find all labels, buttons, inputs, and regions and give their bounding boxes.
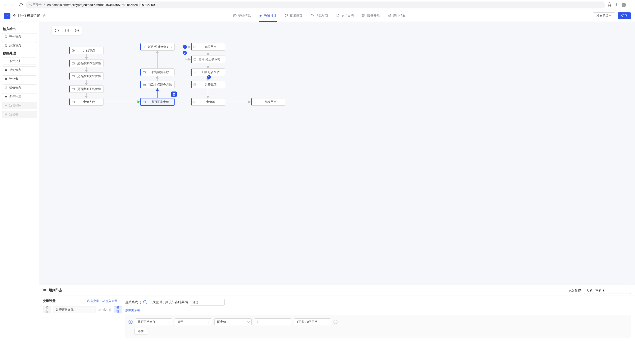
node-delete-button[interactable] [171,92,177,97]
svg-rect-48 [72,101,75,103]
svg-rect-33 [5,114,7,114]
svg-point-17 [6,46,7,46]
svg-rect-30 [5,105,7,106]
top-tab-0[interactable]: 基础信息 [233,10,251,22]
svg-rect-46 [72,88,75,90]
var-name-input[interactable] [53,306,96,313]
flow-canvas[interactable]: 开始节点是否参加养老保险是否参加失业保险是否参加工伤保险参保人数是否正常参保首次… [39,22,635,285]
flow-node-n_cbd[interactable]: 参保地 [191,98,225,106]
flow-node-n_fz[interactable]: 赋值节点 [191,43,225,50]
svg-rect-32 [5,106,7,107]
svg-rect-28 [5,97,7,97]
svg-rect-22 [5,71,7,71]
svg-rect-8 [362,14,363,15]
nav-back-button[interactable] [2,2,8,8]
top-tab-6[interactable]: 统计指标 [388,10,406,22]
sidebar-item-1-3[interactable]: 赋值节点 [2,84,37,91]
sidebar-item-0-0[interactable]: 开始节点 [2,33,37,40]
profile-avatar[interactable]: T [621,3,626,7]
expr-mid: ）成立时，则该节点结果为 [149,300,188,304]
cond-remove-button[interactable]: － [334,320,338,324]
var-eye-icon[interactable] [103,308,106,312]
canvas-toolbar [52,26,82,35]
flow-node-n_cbrs[interactable]: 参保人数 [69,98,104,106]
cond-field-select[interactable]: 是否正常参保 [135,318,172,325]
svg-rect-68 [44,290,46,290]
edge-badge-2: 1 [207,75,211,79]
svg-rect-58 [194,46,196,48]
top-tab-5[interactable]: 服务开放 [362,10,380,22]
result-select[interactable]: 通过 [190,299,225,306]
edit-title-icon[interactable] [43,14,46,18]
expr-prefix: 当关系式（ [125,300,141,304]
svg-rect-9 [364,14,365,15]
sidebar-item-1-2[interactable]: 评分卡 [2,76,37,82]
svg-rect-14 [390,14,391,16]
flow-node-n_scyf[interactable]: 首次参保距今月数 [140,81,175,88]
svg-rect-11 [362,16,363,17]
cond-op-select[interactable]: 等于 [175,318,212,325]
flow-node-n_ztcb2[interactable]: 暂停/终止参保时... [191,56,225,63]
toolbar-history-icon[interactable] [62,26,72,35]
svg-rect-25 [5,80,7,80]
flow-node-n_end[interactable]: 结束节点 [251,98,285,106]
tag-private: 私有 [43,306,51,313]
sidebar-group-title: 数据处理 [3,51,36,56]
add-condition-button[interactable]: 添加 [135,328,147,335]
nav-forward-button[interactable] [10,2,16,8]
sidebar: 输入输出开始节点结束节点数据处理条件分支规则节点评分卡赋值节点多元计算决策矩阵决… [0,22,39,364]
node-detail-panel: 规则节点 节点名称 变量设置 ＋私有变量 引入变量 私有 [39,285,635,364]
condition-panel: 当关系式（ 1 ）成立时，则该节点结果为 通过 添加关系组 1 是否正常参保 等… [121,296,635,364]
top-tab-1[interactable]: 决策设计 [259,10,277,22]
sidebar-item-1-6: 决策表 [2,111,37,118]
var-edit-icon[interactable] [98,308,101,312]
flow-node-n_ztcb[interactable]: 暂停/终止参保时... [140,43,175,50]
flow-node-n_start[interactable]: 开始节点 [69,46,104,54]
variable-panel: 变量设置 ＋私有变量 引入变量 私有 基础 [39,296,121,364]
flow-node-n_sybx[interactable]: 是否参加失业保险 [69,72,104,80]
cond-value-input[interactable] [254,318,291,325]
top-tab-2[interactable]: 权限设置 [285,10,302,22]
top-tab-4[interactable]: 执行日志 [336,10,354,22]
publish-button[interactable]: 发布新版本 [593,12,615,19]
top-tab-3[interactable]: 消息配置 [310,10,328,22]
flow-node-n_pjjs[interactable]: 平均缴费基数 [140,68,175,76]
variable-title: 变量设置 [43,299,80,303]
svg-point-4 [631,6,631,6]
import-var-link[interactable]: 引入变量 [102,299,117,303]
flow-node-n_qf[interactable]: 判断是否欠费 [191,68,225,76]
edge-badge-1: 2 [183,51,187,55]
nav-reload-button[interactable] [18,2,24,8]
svg-rect-63 [194,84,196,86]
star-icon[interactable] [607,2,612,8]
node-name-input[interactable] [584,287,631,294]
cond-hint-input[interactable] [294,318,331,325]
kebab-icon[interactable] [629,2,633,7]
sidebar-item-1-4[interactable]: 多元计算 [2,93,37,100]
url-text: rules.bctools.cn/#/policyprojectadd?id=b… [44,3,155,7]
sidebar-item-1-0[interactable]: 条件分支 [2,58,37,64]
flow-node-n_qffz[interactable]: 欠费赋值 [191,81,225,88]
svg-rect-64 [194,101,196,103]
toolbar-info-icon[interactable] [52,26,62,35]
add-private-var-link[interactable]: ＋私有变量 [83,299,99,303]
svg-rect-34 [5,114,7,115]
svg-rect-42 [72,62,75,64]
svg-point-2 [631,3,631,4]
add-relation-group-link[interactable]: 添加关系组 [125,308,140,312]
sidebar-item-0-1[interactable]: 结束节点 [2,42,37,49]
flow-node-n_zccb[interactable]: 是否正常参保 [140,98,175,106]
svg-rect-13 [389,15,390,16]
svg-rect-67 [44,289,46,289]
save-button[interactable]: 保存 [618,12,631,19]
sidebar-item-1-1[interactable]: 规则节点 [2,66,37,74]
flow-node-n_gsbx[interactable]: 是否参加工伤保险 [69,85,104,93]
address-bar[interactable]: 不安全 rules.bctools.cn/#/policyprojectadd?… [26,2,605,8]
var-delete-icon[interactable] [108,308,112,312]
cond-value-type-select[interactable]: 固定值 [214,318,252,325]
svg-rect-20 [5,69,7,70]
flow-node-n_ylbx[interactable]: 是否参加养老保险 [69,60,104,67]
panel-icon[interactable] [615,2,619,7]
toolbar-play-icon[interactable] [72,26,82,35]
svg-point-5 [234,15,235,16]
